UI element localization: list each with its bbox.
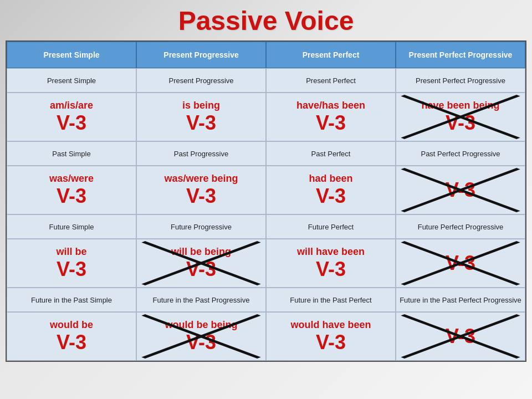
formula-cell-0-2: have/has beenV-3 bbox=[266, 93, 396, 141]
aux-text: have been being bbox=[421, 100, 499, 112]
aux-text: will be bbox=[56, 246, 86, 258]
formula-row-2: will beV-3will be beingV-3will have been… bbox=[7, 239, 525, 288]
header-cell-0: Present Simple bbox=[7, 42, 136, 68]
v3-text: V-3 bbox=[186, 331, 216, 354]
aux-text: will be being bbox=[171, 246, 231, 258]
page-title: Passive Voice bbox=[0, 0, 532, 40]
label-cell-2-2: Future Perfect bbox=[266, 214, 396, 239]
formula-cell-1-1: was/were beingV-3 bbox=[136, 166, 266, 214]
v3-text: V-3 bbox=[57, 258, 86, 280]
label-cell-1-2: Past Perfect bbox=[266, 141, 396, 166]
v3-text: V-3 bbox=[316, 112, 346, 134]
formula-cell-2-2: will have beenV-3 bbox=[266, 239, 396, 288]
v3-text: V-3 bbox=[186, 112, 216, 134]
label-cell-0-0: Present Simple bbox=[7, 68, 136, 93]
formula-cell-3-0: would beV-3 bbox=[7, 312, 136, 361]
label-cell-3-2: Future in the Past Perfect bbox=[266, 288, 396, 312]
aux-text: is being bbox=[182, 100, 220, 112]
header-cell-3: Present Perfect Progressive bbox=[396, 42, 525, 68]
formula-cell-2-0: will beV-3 bbox=[7, 239, 136, 288]
header-cell-1: Present Progressive bbox=[136, 42, 266, 68]
formula-cell-1-0: was/wereV-3 bbox=[7, 166, 136, 214]
formula-cell-3-1: would be beingV-3 bbox=[136, 312, 266, 361]
v3-text: V-3 bbox=[446, 112, 475, 134]
aux-text: would be being bbox=[165, 319, 238, 331]
v3-text: V-3 bbox=[57, 185, 86, 207]
label-cell-3-0: Future in the Past Simple bbox=[7, 288, 136, 312]
formula-cell-1-3: V-3 bbox=[396, 166, 525, 214]
formula-row-3: would beV-3would be beingV-3would have b… bbox=[7, 312, 525, 361]
label-cell-0-2: Present Perfect bbox=[266, 68, 396, 93]
v3-text: V-3 bbox=[316, 331, 346, 354]
aux-text: will have been bbox=[297, 246, 365, 258]
label-cell-1-0: Past Simple bbox=[7, 141, 136, 166]
aux-text: have/has been bbox=[296, 100, 365, 112]
v3-text: V-3 bbox=[186, 258, 216, 280]
label-row-2: Future SimpleFuture ProgressiveFuture Pe… bbox=[7, 214, 525, 239]
label-cell-3-3: Future in the Past Perfect Progressive bbox=[396, 288, 525, 312]
label-row-0: Present SimplePresent ProgressivePresent… bbox=[7, 68, 525, 93]
v3-text: V-3 bbox=[446, 252, 475, 274]
label-cell-1-3: Past Perfect Progressive bbox=[396, 141, 525, 166]
label-cell-3-1: Future in the Past Progressive bbox=[136, 288, 266, 312]
aux-text: am/is/are bbox=[50, 100, 93, 112]
formula-cell-0-3: have been beingV-3 bbox=[396, 93, 525, 141]
aux-text: would have been bbox=[290, 319, 371, 331]
formula-cell-0-1: is beingV-3 bbox=[136, 93, 266, 141]
aux-text: had been bbox=[309, 173, 352, 185]
formula-cell-3-2: would have beenV-3 bbox=[266, 312, 396, 361]
label-cell-2-3: Future Perfect Progressive bbox=[396, 214, 525, 239]
label-cell-0-3: Present Perfect Progressive bbox=[396, 68, 525, 93]
label-cell-1-1: Past Progressive bbox=[136, 141, 266, 166]
v3-text: V-3 bbox=[446, 179, 475, 201]
label-row-1: Past SimplePast ProgressivePast PerfectP… bbox=[7, 141, 525, 166]
formula-row-1: was/wereV-3was/were beingV-3had beenV-3V… bbox=[7, 166, 525, 214]
v3-text: V-3 bbox=[316, 185, 346, 207]
v3-text: V-3 bbox=[316, 258, 346, 280]
formula-cell-1-2: had beenV-3 bbox=[266, 166, 396, 214]
label-cell-2-1: Future Progressive bbox=[136, 214, 266, 239]
v3-text: V-3 bbox=[186, 185, 216, 207]
header-cell-2: Present Perfect bbox=[266, 42, 396, 68]
label-cell-2-0: Future Simple bbox=[7, 214, 136, 239]
v3-text: V-3 bbox=[446, 325, 475, 347]
header-row: Present SimplePresent ProgressivePresent… bbox=[7, 42, 525, 68]
aux-text: was/were being bbox=[164, 173, 238, 185]
v3-text: V-3 bbox=[57, 331, 86, 354]
formula-row-0: am/is/areV-3is beingV-3have/has beenV-3h… bbox=[7, 93, 525, 141]
grid-container: Present SimplePresent ProgressivePresent… bbox=[6, 40, 526, 362]
formula-cell-2-3: V-3 bbox=[396, 239, 525, 288]
formula-cell-0-0: am/is/areV-3 bbox=[7, 93, 136, 141]
aux-text: was/were bbox=[49, 173, 94, 185]
v3-text: V-3 bbox=[57, 112, 86, 134]
formula-cell-2-1: will be beingV-3 bbox=[136, 239, 266, 288]
label-row-3: Future in the Past SimpleFuture in the P… bbox=[7, 288, 525, 312]
aux-text: would be bbox=[50, 319, 93, 331]
label-cell-0-1: Present Progressive bbox=[136, 68, 266, 93]
formula-cell-3-3: V-3 bbox=[396, 312, 525, 361]
